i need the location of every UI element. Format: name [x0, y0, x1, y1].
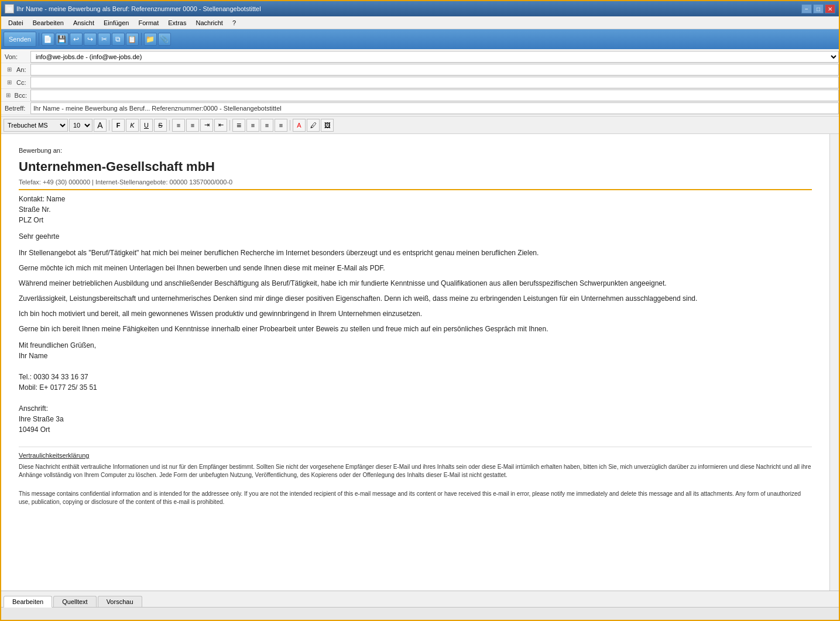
- signature-name: Ihr Name: [19, 351, 812, 361]
- fmt-sep-4: [290, 120, 290, 131]
- toolbar-sep-2: [141, 33, 142, 46]
- anschrift-plz: 10494 Ort: [19, 424, 812, 435]
- menu-format[interactable]: Format: [133, 16, 163, 29]
- fields-area: Von: info@we-jobs.de - (info@we-jobs.de)…: [1, 49, 839, 116]
- menu-nachricht[interactable]: Nachricht: [191, 16, 227, 29]
- bcc-icon: ⊞: [5, 91, 12, 100]
- an-row: ⊞ An:: [1, 63, 839, 76]
- confidential-title: Vertraulichkeitserklärung: [19, 451, 812, 461]
- status-bar: [1, 607, 839, 620]
- formatting-bar: Trebuchet MS 10 A F K U S ≡ ≡ ⇥ ⇤ ≡ ≡ ≡ …: [1, 116, 839, 134]
- save-icon[interactable]: 💾: [56, 33, 68, 46]
- bcc-label: ⊞ Bcc:: [1, 89, 30, 101]
- subject-row: Betreff:: [1, 102, 839, 115]
- align-left-button[interactable]: ≡: [172, 119, 185, 132]
- para-6: Gerne bin ich bereit Ihnen meine Fähigke…: [19, 324, 812, 334]
- kontakt-line: Kontakt: Name: [19, 194, 812, 204]
- ordered-list-button[interactable]: ≡: [275, 119, 287, 132]
- indent-button[interactable]: ⇥: [200, 119, 213, 132]
- email-body: Bewerbung an: Unternehmen-Gesellschaft m…: [19, 146, 812, 506]
- bcc-input[interactable]: [30, 90, 839, 101]
- menu-extras[interactable]: Extras: [163, 16, 191, 29]
- size-select[interactable]: 10: [69, 119, 92, 132]
- folder-icon[interactable]: 📁: [144, 33, 157, 46]
- fmt-sep-3: [229, 120, 230, 131]
- para-3: Während meiner betrieblichen Ausbildung …: [19, 278, 812, 289]
- toolbar-sep-1: [39, 33, 39, 46]
- cc-input[interactable]: [30, 77, 839, 88]
- subject-input[interactable]: [30, 102, 839, 114]
- title-bar-left: ✉ Ihr Name - meine Bewerbung als Beruf: …: [5, 4, 261, 13]
- an-label: ⊞ An:: [1, 63, 30, 76]
- copy-icon[interactable]: ⧉: [112, 33, 125, 46]
- paste-icon[interactable]: 📋: [126, 33, 139, 46]
- menu-datei[interactable]: Datei: [4, 16, 28, 29]
- salutation: Sehr geehrte: [19, 231, 812, 242]
- strasse-line: Straße Nr.: [19, 204, 812, 215]
- signature-block: Mit freundlichen Grüßen, Ihr Name Tel.: …: [19, 340, 812, 435]
- outdent-button[interactable]: ⇤: [214, 119, 227, 132]
- cut-icon[interactable]: ✂: [98, 33, 111, 46]
- cc-icon: ⊞: [5, 78, 14, 87]
- maximize-button[interactable]: □: [813, 4, 824, 13]
- from-label: Von:: [1, 53, 30, 60]
- title-bar-controls: − □ ✕: [801, 4, 835, 13]
- company-name: Unternehmen-Gesellschaft mbH: [19, 157, 812, 176]
- confidential-text-de: Diese Nachricht enthält vertrauliche Inf…: [19, 463, 812, 479]
- an-input[interactable]: [30, 64, 839, 76]
- toolbar: Senden 📄 💾 ↩ ↪ ✂ ⧉ 📋 📁 📎: [1, 29, 839, 49]
- grow-font-icon[interactable]: A: [94, 119, 107, 132]
- an-icon: ⊞: [5, 65, 14, 74]
- send-button[interactable]: Senden: [4, 32, 36, 47]
- fmt-sep-2: [169, 120, 170, 131]
- attachment-icon[interactable]: 📎: [158, 33, 171, 46]
- company-contact-line: Telefax: +49 (30) 000000 | Internet-Stel…: [19, 177, 812, 187]
- greeting: Mit freundlichen Grüßen,: [19, 340, 812, 351]
- menu-einfuegen[interactable]: Einfügen: [99, 16, 133, 29]
- menu-help[interactable]: ?: [228, 16, 241, 29]
- content-wrapper: Bewerbung an: Unternehmen-Gesellschaft m…: [1, 134, 839, 591]
- from-row: Von: info@we-jobs.de - (info@we-jobs.de): [1, 50, 839, 63]
- bold-button[interactable]: F: [112, 119, 125, 132]
- new-icon[interactable]: 📄: [42, 33, 54, 46]
- cc-label: ⊞ Cc:: [1, 76, 30, 88]
- strikethrough-button[interactable]: S: [154, 119, 167, 132]
- window-title: Ihr Name - meine Bewerbung als Beruf: Re…: [16, 5, 261, 12]
- list-button[interactable]: ≡: [260, 119, 273, 132]
- cc-row: ⊞ Cc:: [1, 76, 839, 89]
- anschrift-strasse: Ihre Straße 3a: [19, 414, 812, 424]
- menu-bearbeiten[interactable]: Bearbeiten: [28, 16, 68, 29]
- subject-label: Betreff:: [1, 102, 30, 114]
- main-window: ✉ Ihr Name - meine Bewerbung als Beruf: …: [0, 0, 840, 621]
- underline-button[interactable]: U: [140, 119, 153, 132]
- tab-quelltext[interactable]: Quelltext: [53, 596, 96, 607]
- tel-line: Tel.: 0030 34 33 16 37: [19, 372, 812, 382]
- italic-button[interactable]: K: [126, 119, 139, 132]
- minimize-button[interactable]: −: [801, 4, 812, 13]
- plz-ort-line: PLZ Ort: [19, 215, 812, 225]
- align-right-button[interactable]: ≡: [232, 119, 245, 132]
- tab-bearbeiten[interactable]: Bearbeiten: [4, 596, 52, 608]
- justify-button[interactable]: ≡: [246, 119, 259, 132]
- image-button[interactable]: 🖼: [321, 119, 334, 132]
- redo-icon[interactable]: ↪: [84, 33, 97, 46]
- fmt-sep-1: [109, 120, 109, 131]
- align-center-button[interactable]: ≡: [186, 119, 199, 132]
- content-area[interactable]: Bewerbung an: Unternehmen-Gesellschaft m…: [1, 134, 829, 591]
- bottom-tabs: Bearbeiten Quelltext Vorschau: [1, 591, 839, 607]
- anschrift-label: Anschrift:: [19, 403, 812, 414]
- from-select[interactable]: info@we-jobs.de - (info@we-jobs.de): [30, 51, 839, 63]
- close-button[interactable]: ✕: [825, 4, 835, 13]
- confidential-text-en: This message contains confidential infor…: [19, 490, 812, 506]
- bcc-row: ⊞ Bcc:: [1, 89, 839, 102]
- mobil-line: Mobil: E+ 0177 25/ 35 51: [19, 382, 812, 393]
- undo-icon[interactable]: ↩: [70, 33, 83, 46]
- menu-ansicht[interactable]: Ansicht: [68, 16, 99, 29]
- tab-vorschau[interactable]: Vorschau: [98, 596, 142, 607]
- menu-bar: Datei Bearbeiten Ansicht Einfügen Format…: [1, 16, 839, 29]
- scrollbar[interactable]: [829, 134, 839, 591]
- color-button[interactable]: A: [293, 119, 306, 132]
- bewerbung-an-label: Bewerbung an:: [19, 146, 812, 156]
- font-select[interactable]: Trebuchet MS: [4, 119, 68, 132]
- highlight-button[interactable]: 🖊: [307, 119, 320, 132]
